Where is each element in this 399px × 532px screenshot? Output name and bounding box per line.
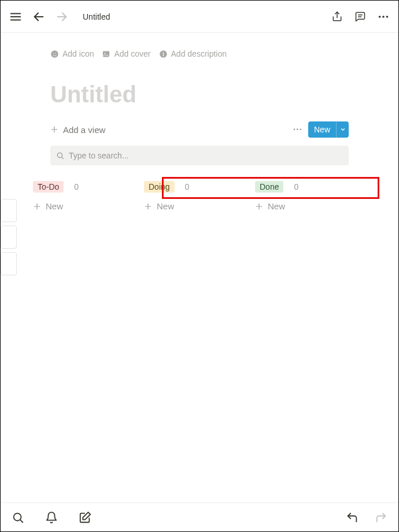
add-view-button[interactable]: Add a view (50, 125, 105, 135)
new-button: New (308, 121, 349, 138)
board: To-Do 0 New Doing 0 New (1, 177, 398, 211)
bottombar (1, 503, 398, 531)
content: Add icon Add cover Add description Untit… (1, 49, 398, 165)
undo-icon[interactable] (344, 509, 360, 526)
svg-point-9 (382, 16, 385, 18)
view-row-right: ··· New (293, 121, 349, 138)
menu-icon[interactable] (8, 9, 24, 25)
ghost-card[interactable] (1, 226, 17, 249)
column-tag-todo: To-Do (33, 181, 64, 193)
column-header[interactable]: Done 0 (255, 177, 366, 197)
topbar-left: Untitled (8, 9, 110, 25)
column-header[interactable]: Doing 0 (144, 177, 255, 197)
column-count: 0 (74, 182, 79, 191)
add-card-button[interactable]: New (255, 201, 366, 211)
search-input[interactable] (69, 151, 343, 160)
new-button-label[interactable]: New (308, 125, 336, 134)
notifications-icon[interactable] (43, 509, 60, 526)
compose-icon[interactable] (77, 509, 93, 526)
info-icon (159, 50, 168, 58)
search-nav-icon[interactable] (10, 509, 26, 526)
share-icon[interactable] (329, 9, 345, 25)
add-cover-label: Add cover (114, 49, 150, 58)
add-description-label: Add description (171, 49, 227, 58)
search-icon (56, 152, 64, 160)
board-columns: To-Do 0 New Doing 0 New (33, 177, 366, 211)
add-card-label: New (46, 201, 63, 211)
plus-icon (33, 202, 41, 210)
more-icon[interactable] (375, 9, 391, 25)
ghost-card[interactable] (1, 252, 17, 275)
comments-icon[interactable] (352, 9, 368, 25)
column-tag-doing: Doing (144, 181, 175, 193)
add-card-label: New (268, 201, 285, 211)
add-cover-button[interactable]: Add cover (102, 49, 150, 58)
svg-point-15 (105, 53, 106, 54)
search-box[interactable] (50, 146, 349, 165)
add-icon-label: Add icon (62, 49, 94, 58)
new-button-dropdown[interactable] (336, 121, 349, 138)
svg-point-13 (56, 53, 57, 54)
board-column-todo: To-Do 0 New (33, 177, 144, 211)
bottombar-right (344, 509, 389, 526)
svg-point-8 (379, 16, 381, 18)
svg-point-11 (51, 50, 58, 58)
add-card-label: New (157, 201, 174, 211)
ghost-cards (1, 199, 17, 279)
view-row: Add a view ··· New (50, 121, 349, 138)
back-icon[interactable] (31, 9, 47, 25)
plus-icon (50, 125, 58, 134)
plus-icon (144, 202, 152, 210)
add-card-button[interactable]: New (144, 201, 255, 211)
board-column-done: Done 0 New (255, 177, 366, 211)
add-card-button[interactable]: New (33, 201, 144, 211)
page-title[interactable]: Untitled (83, 12, 110, 21)
page-options: Add icon Add cover Add description (50, 49, 349, 58)
view-options-icon[interactable]: ··· (293, 124, 302, 135)
topbar: Untitled (1, 1, 398, 33)
topbar-right (329, 9, 391, 25)
emoji-icon (50, 50, 59, 58)
ghost-card[interactable] (1, 199, 17, 222)
add-description-button[interactable]: Add description (159, 49, 227, 58)
forward-icon (54, 9, 70, 25)
page-heading[interactable]: Untitled (50, 82, 349, 108)
board-column-doing: Doing 0 New (144, 177, 255, 211)
column-header[interactable]: To-Do 0 (33, 177, 144, 197)
svg-point-18 (162, 51, 164, 53)
column-tag-done: Done (255, 181, 283, 193)
svg-point-10 (386, 16, 389, 18)
add-icon-button[interactable]: Add icon (50, 49, 94, 58)
add-view-label: Add a view (63, 125, 105, 135)
svg-point-12 (53, 53, 54, 54)
svg-line-22 (61, 157, 63, 158)
svg-line-30 (20, 520, 23, 522)
plus-icon (255, 202, 263, 210)
column-count: 0 (185, 182, 190, 191)
column-count: 0 (294, 182, 298, 191)
image-icon (102, 50, 110, 58)
redo-icon (373, 509, 389, 526)
